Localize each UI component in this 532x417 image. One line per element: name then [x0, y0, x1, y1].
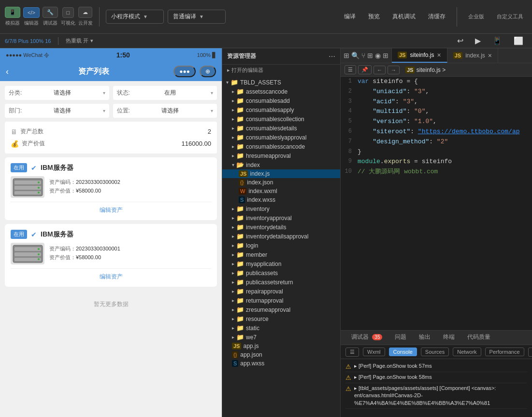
mode-dropdown-label: 小程序模式 [111, 13, 140, 21]
tab-siteinfo-js[interactable]: JS siteinfo.js × [392, 48, 447, 63]
play-btn[interactable]: ▶ [471, 34, 485, 47]
hot-reload-item[interactable]: 热重载 开 ▾ [66, 37, 93, 44]
console-circle-btn[interactable]: ⊘ [528, 348, 532, 357]
open-editors-btn[interactable]: ▸ 打开的编辑器 [222, 65, 340, 76]
nav-add-btn[interactable]: ⊕ [200, 66, 216, 77]
wxml-tab-btn[interactable]: Wxml [363, 348, 385, 356]
folder-inventorydetails[interactable]: ▸ 📁 inventorydetails [222, 222, 340, 232]
folder-consumableslyapproval[interactable]: ▸ 📁 consumableslyapproval [222, 133, 340, 142]
file-index-json[interactable]: {} index.json [222, 178, 340, 187]
cloud-button[interactable]: ☁ [78, 7, 92, 18]
visible-button[interactable]: □ [62, 7, 74, 18]
folder-consumablesdetails[interactable]: ▸ 📁 consumablesdetails [222, 124, 340, 133]
file-index-js[interactable]: JS index.js [222, 169, 340, 178]
tab-bar-btn-6[interactable]: ⊞ [383, 52, 388, 59]
console-tab-btn[interactable]: Console [389, 348, 417, 356]
real-debug-btn[interactable]: 真机调试 [388, 11, 419, 23]
perf-tab-btn[interactable]: Performance [485, 348, 524, 356]
location-filter[interactable]: 位置: 请选择 ▾ [113, 104, 217, 118]
folder-login[interactable]: ▸ 📁 login [222, 241, 340, 250]
bottom-sidebar-btn[interactable]: ☰ [345, 348, 359, 357]
undo-btn[interactable]: ↩ [453, 34, 467, 47]
tab-bar-btn-3[interactable]: ⑂ [361, 52, 365, 59]
folder-icon: 📁 [236, 315, 244, 322]
folder-consumablesscancode[interactable]: ▸ 📁 consumablesscancode [222, 142, 340, 151]
clear-cache-btn[interactable]: 清缓存 [424, 11, 449, 23]
extra-btn-1[interactable]: 企业版 [464, 11, 488, 22]
editor-button[interactable]: </> [23, 7, 40, 18]
total-count-value: 2 [208, 128, 211, 135]
back-btn[interactable]: ← [374, 66, 386, 74]
phone-btn[interactable]: 📱 [489, 34, 506, 47]
preview-btn[interactable]: 预览 [364, 11, 384, 23]
compile-action-btn[interactable]: 编译 [340, 11, 359, 23]
file-app-js[interactable]: JS app.js [222, 342, 340, 350]
code-content-10: // 大鹏源码网 wobbt.com [358, 167, 438, 177]
folder-static[interactable]: ▸ 📁 static [222, 323, 340, 333]
tab-bar-btn-4[interactable]: ⊞ [367, 52, 373, 59]
tab-index-js[interactable]: JS index.js × [447, 48, 498, 63]
dept-filter[interactable]: 部门: 请选择 ▾ [5, 104, 109, 118]
sources-tab-btn[interactable]: Sources [421, 348, 449, 356]
folder-myapplication[interactable]: ▸ 📁 myapplication [222, 259, 340, 268]
quality-tab[interactable]: 代码质量 [461, 331, 496, 345]
new-file-btn[interactable]: ⋯ [329, 53, 335, 60]
phone-content[interactable]: 分类: 请选择 ▾ 状态: 在用 ▾ 部门: 请选择 ▾ 位置: [0, 81, 222, 417]
asset-2-edit-btn[interactable]: 编辑资产 [11, 268, 211, 281]
nav-back-button[interactable]: ‹ [6, 67, 9, 77]
tab-bar-btn-1[interactable]: ⊞ [344, 52, 349, 59]
category-filter[interactable]: 分类: 请选择 ▾ [5, 86, 109, 100]
file-app-json[interactable]: {} app.json [222, 350, 340, 359]
compile-dropdown[interactable]: 普通编译 ▼ [168, 10, 226, 24]
code-line-9: 9 module.exports = siteinfo [341, 157, 532, 167]
asset-1-edit-btn[interactable]: 编辑资产 [11, 202, 211, 214]
folder-consumablesadd[interactable]: ▸ 📁 consumablesadd [222, 96, 340, 105]
debug-tab[interactable]: 调试器 35 [345, 331, 388, 345]
file-index-wxml[interactable]: W index.wxml [222, 187, 340, 195]
pin-btn[interactable]: 📌 [358, 65, 372, 74]
root-folder[interactable]: ▾ 📁 TBLD_ASSETS [222, 78, 340, 87]
folder-publicassets[interactable]: ▸ 📁 publicassets [222, 268, 340, 278]
folder-publicassetsreturn[interactable]: ▸ 📁 publicassetsreturn [222, 278, 340, 287]
extra-btn-2[interactable]: 自定义工具 [493, 11, 527, 22]
tab-bar-btn-2[interactable]: 🔍 [351, 52, 359, 59]
file-app-wxss[interactable]: S app.wxss [222, 359, 340, 368]
code-editor[interactable]: 1 var siteinfo = { 2 "uniacid": "3", 3 "… [341, 77, 532, 330]
folder-hresumeapproval[interactable]: ▸ 📁 hresumeapproval [222, 151, 340, 160]
network-tab-btn[interactable]: Network [453, 348, 481, 356]
tab-index-close[interactable]: × [488, 52, 492, 59]
file-tree[interactable]: ▾ 📁 TBLD_ASSETS ▸ 📁 assetsscancode ▸ 📁 c… [222, 76, 340, 417]
mode-dropdown[interactable]: 小程序模式 ▼ [106, 10, 164, 24]
folder-inventoryapproval[interactable]: ▸ 📁 inventoryapproval [222, 213, 340, 222]
nav-more-btn[interactable]: ●●● [173, 66, 196, 77]
folder-index[interactable]: ▾ 📂 index [222, 160, 340, 169]
simulate-button[interactable]: 📱 [5, 7, 20, 18]
folder-inventory[interactable]: ▸ 📁 inventory [222, 204, 340, 213]
terminal-tab[interactable]: 终端 [437, 331, 460, 345]
file-index-wxss[interactable]: S index.wxss [222, 195, 340, 204]
compile-dropdown-arrow: ▼ [199, 14, 204, 19]
code-content-8: } [358, 147, 361, 157]
folder-inventorydetailsapproval[interactable]: ▸ 📁 inventorydetailsapproval [222, 232, 340, 241]
folder-returnapproval[interactable]: ▸ 📁 returnapproval [222, 296, 340, 305]
folder-member[interactable]: ▸ 📁 member [222, 250, 340, 259]
forward-btn[interactable]: → [388, 66, 400, 74]
folder-consumablesapply[interactable]: ▸ 📁 consumablesapply [222, 105, 340, 114]
warn-icon-1: ⚠ [345, 363, 351, 370]
folder-resource[interactable]: ▸ 📁 resource [222, 314, 340, 323]
folder-consumablescollection[interactable]: ▸ 📁 consumablescollection [222, 114, 340, 124]
asset-2-status-badge: 在用 [11, 230, 27, 239]
tab-bar-btn-5[interactable]: ◉ [375, 52, 381, 59]
output-tab[interactable]: 输出 [413, 331, 436, 345]
folder-we7[interactable]: ▸ 📁 we7 [222, 333, 340, 342]
folder-zresumeapproval[interactable]: ▸ 📁 zresumeapproval [222, 305, 340, 314]
folder-repairapproval[interactable]: ▸ 📁 repairapproval [222, 287, 340, 296]
status-filter[interactable]: 状态: 在用 ▾ [113, 86, 217, 100]
folder-assetsscancode[interactable]: ▸ 📁 assetsscancode [222, 87, 340, 96]
debug-button[interactable]: 🔧 [43, 7, 58, 18]
time-status: 1:50 [116, 51, 130, 59]
bookmark-btn[interactable]: ☰ [345, 65, 356, 74]
square-btn[interactable]: ⬜ [510, 34, 527, 47]
issue-tab[interactable]: 问题 [389, 331, 412, 345]
tab-siteinfo-close[interactable]: × [437, 51, 441, 59]
